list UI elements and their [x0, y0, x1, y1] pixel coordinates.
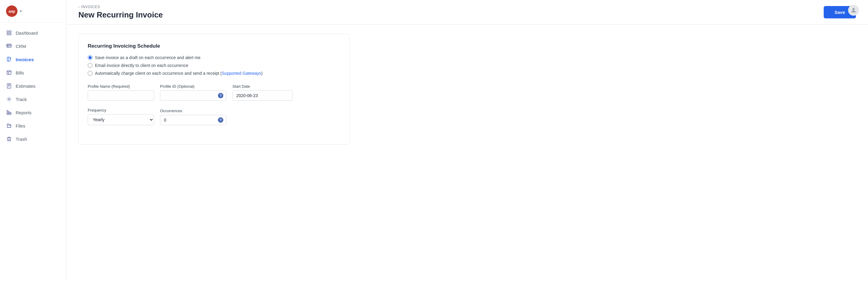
svg-rect-1 — [10, 31, 11, 32]
occurrences-label: Occurrences — [160, 108, 226, 113]
frequency-label: Frequency — [88, 108, 154, 113]
radio-draft[interactable] — [88, 55, 93, 60]
form-section: Recurring Invoicing Schedule Save invoic… — [79, 34, 350, 145]
occurrences-input-wrapper: 0 ? — [160, 115, 226, 125]
frequency-select[interactable]: Yearly Monthly Weekly Daily — [88, 114, 154, 125]
main-content: Recurring Invoicing Schedule Save invoic… — [66, 25, 868, 281]
crm-icon — [6, 43, 12, 49]
sidebar-item-estimates[interactable]: Estimates — [0, 79, 66, 93]
sidebar-item-label: Bills — [16, 70, 24, 75]
files-icon — [6, 123, 12, 129]
sidebar-item-track[interactable]: Track — [0, 93, 66, 106]
breadcrumb: ‹ INVOICES — [79, 5, 163, 9]
occurrences-help-icon[interactable]: ? — [218, 117, 223, 123]
start-date-label: Start Date — [232, 84, 293, 89]
svg-rect-13 — [9, 112, 10, 115]
sidebar-nav: Dashboard CRM I — [0, 23, 66, 281]
radio-item-email[interactable]: Email invoice directly to client on each… — [88, 63, 340, 68]
sidebar-logo[interactable]: anp ▾ — [0, 0, 66, 23]
svg-rect-2 — [7, 33, 8, 35]
header-left: ‹ INVOICES New Recurring Invoice — [79, 5, 163, 20]
profile-name-group: Profile Name (Required) — [88, 84, 154, 101]
breadcrumb-link[interactable]: INVOICES — [82, 5, 100, 9]
form-row-2: Frequency Yearly Monthly Weekly Daily Oc… — [88, 108, 340, 125]
trash-icon — [6, 136, 12, 142]
bills-icon — [6, 70, 12, 76]
sidebar-item-trash[interactable]: Trash — [0, 132, 66, 146]
radio-auto[interactable] — [88, 71, 93, 76]
radio-item-draft[interactable]: Save invoice as a draft on each occurren… — [88, 55, 340, 60]
svg-rect-12 — [7, 111, 8, 115]
page-header: ‹ INVOICES New Recurring Invoice Save — [66, 0, 868, 25]
reports-icon — [6, 110, 12, 116]
svg-rect-0 — [7, 31, 8, 32]
logo-chevron-icon: ▾ — [20, 9, 22, 13]
start-date-input[interactable]: 2020-06-23 — [232, 90, 293, 101]
profile-id-input[interactable] — [160, 90, 226, 101]
radio-email[interactable] — [88, 63, 93, 68]
sidebar-item-files[interactable]: Files — [0, 119, 66, 132]
sidebar-item-dashboard[interactable]: Dashboard — [0, 26, 66, 39]
user-icon — [850, 7, 857, 13]
occurrences-input[interactable]: 0 — [160, 115, 226, 125]
topbar-right — [848, 5, 859, 16]
profile-id-label: Profile ID (Optional) — [160, 84, 226, 89]
sidebar-item-label: Estimates — [16, 84, 36, 89]
sidebar-item-label: CRM — [16, 44, 26, 49]
svg-rect-8 — [7, 57, 10, 62]
sidebar-item-reports[interactable]: Reports — [0, 106, 66, 119]
svg-point-11 — [8, 99, 10, 100]
sidebar-item-label: Files — [16, 123, 25, 128]
radio-draft-label: Save invoice as a draft on each occurren… — [95, 55, 200, 60]
frequency-group: Frequency Yearly Monthly Weekly Daily — [88, 108, 154, 125]
sidebar-item-label: Invoices — [16, 57, 34, 62]
profile-id-input-wrapper: ? — [160, 90, 226, 101]
sidebar-item-invoices[interactable]: Invoices — [0, 53, 66, 66]
profile-id-group: Profile ID (Optional) ? — [160, 84, 226, 101]
profile-name-label: Profile Name (Required) — [88, 84, 154, 89]
svg-rect-3 — [10, 33, 11, 35]
breadcrumb-chevron-icon: ‹ — [79, 5, 80, 9]
sidebar-item-label: Trash — [16, 136, 27, 142]
radio-email-label: Email invoice directly to client on each… — [95, 63, 188, 68]
sidebar-item-label: Dashboard — [16, 30, 38, 36]
logo-circle: anp — [6, 5, 18, 17]
track-icon — [6, 96, 12, 102]
user-avatar[interactable] — [848, 5, 859, 16]
main-area: ‹ INVOICES New Recurring Invoice Save Re… — [66, 0, 868, 281]
invoices-icon — [6, 56, 12, 62]
svg-rect-9 — [7, 71, 11, 74]
section-title: Recurring Invoicing Schedule — [88, 43, 340, 49]
occurrences-group: Occurrences 0 ? — [160, 108, 226, 125]
sidebar-item-bills[interactable]: Bills — [0, 66, 66, 79]
sidebar-item-label: Reports — [16, 110, 32, 115]
svg-rect-14 — [10, 113, 11, 115]
radio-group: Save invoice as a draft on each occurren… — [88, 55, 340, 76]
sidebar: anp ▾ Dashboard — [0, 0, 66, 281]
dashboard-icon — [6, 30, 12, 36]
estimates-icon — [6, 83, 12, 89]
page-title: New Recurring Invoice — [79, 10, 163, 20]
supported-gateways-link[interactable]: Supported Gateways — [222, 71, 261, 76]
svg-rect-4 — [7, 44, 11, 47]
radio-auto-label: Automatically charge client on each occu… — [95, 71, 262, 76]
profile-name-input[interactable] — [88, 90, 154, 101]
sidebar-item-crm[interactable]: CRM — [0, 39, 66, 53]
svg-point-15 — [852, 8, 855, 10]
radio-item-auto[interactable]: Automatically charge client on each occu… — [88, 71, 340, 76]
form-row-1: Profile Name (Required) Profile ID (Opti… — [88, 84, 340, 101]
svg-rect-10 — [7, 84, 11, 88]
profile-id-help-icon[interactable]: ? — [218, 93, 223, 98]
sidebar-item-label: Track — [16, 97, 27, 102]
start-date-group: Start Date 2020-06-23 — [232, 84, 293, 101]
